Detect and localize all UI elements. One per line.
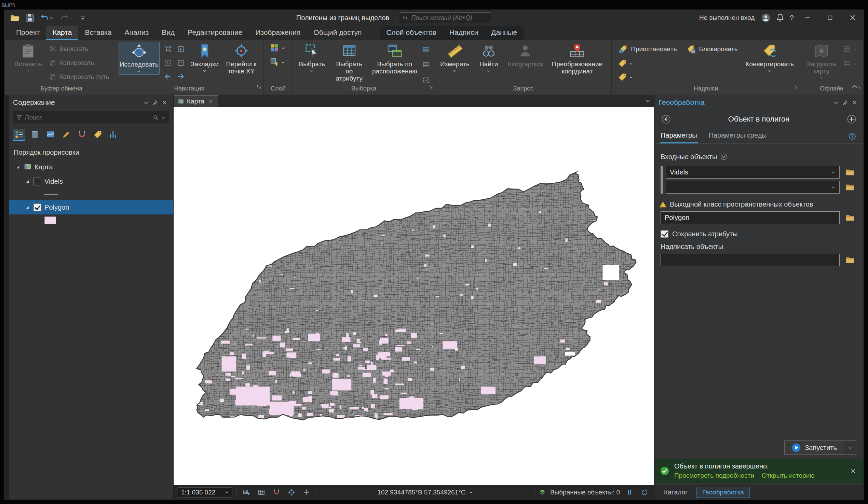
geoprocessing-close-button[interactable] bbox=[850, 96, 859, 108]
geoprocessing-menu-button[interactable] bbox=[831, 96, 841, 108]
map-canvas[interactable] bbox=[174, 107, 654, 485]
labeling-dialog-launcher[interactable] bbox=[793, 83, 799, 93]
tree-item-polygon[interactable]: Polygon bbox=[9, 200, 173, 214]
close-map-tab-button[interactable] bbox=[207, 97, 213, 105]
offline-tool-2-button[interactable] bbox=[841, 58, 859, 70]
tree-item-map[interactable]: Карта bbox=[9, 160, 173, 174]
fixed-zoom-in-button[interactable] bbox=[175, 43, 187, 55]
select-by-attribute-button[interactable]: Выбрать по атрибуту bbox=[330, 42, 369, 83]
download-map-button[interactable]: Загрузить карту bbox=[804, 42, 839, 81]
list-by-labeling-button[interactable] bbox=[92, 129, 104, 141]
add-grid-button[interactable] bbox=[241, 486, 252, 498]
videls-symbol[interactable] bbox=[9, 189, 173, 200]
measure-button[interactable]: Измерить bbox=[439, 42, 471, 74]
list-by-snapping-button[interactable] bbox=[76, 129, 88, 141]
tab-feature-layer[interactable]: Слой объектов bbox=[380, 25, 443, 40]
polygon-visibility-checkbox[interactable] bbox=[33, 203, 41, 211]
minimize-button[interactable] bbox=[797, 10, 818, 25]
coordinate-conversion-button[interactable]: Преобразование координат bbox=[546, 42, 608, 76]
keep-attributes-row[interactable]: Сохранить атрибуты bbox=[661, 230, 857, 238]
label-features-input[interactable] bbox=[661, 254, 840, 266]
tab-insert[interactable]: Вставка bbox=[78, 25, 118, 40]
tab-data[interactable]: Данные bbox=[485, 25, 524, 40]
browse-output-button[interactable] bbox=[843, 211, 857, 224]
refresh-map-button[interactable] bbox=[639, 486, 650, 498]
expand-triangle-icon[interactable] bbox=[24, 179, 30, 185]
tab-analysis[interactable]: Анализ bbox=[118, 25, 155, 40]
tab-edit[interactable]: Редактирование bbox=[181, 25, 249, 40]
copy-button[interactable]: Копировать bbox=[47, 57, 111, 68]
help-button[interactable]: ? bbox=[788, 12, 796, 24]
basemap-button[interactable] bbox=[267, 42, 288, 54]
label-scale-button[interactable] bbox=[615, 71, 636, 83]
lock-labels-button[interactable]: Блокировать bbox=[683, 43, 741, 56]
locate-button[interactable]: Найти bbox=[473, 42, 504, 74]
run-options-button[interactable] bbox=[844, 441, 856, 455]
goto-xy-status-button[interactable] bbox=[286, 486, 297, 498]
fixed-zoom-out-button[interactable] bbox=[175, 57, 187, 69]
tool-help-button[interactable] bbox=[847, 131, 858, 144]
navigation-dialog-launcher[interactable] bbox=[256, 83, 262, 93]
add-data-button[interactable] bbox=[267, 56, 288, 68]
paste-button[interactable]: Вставить bbox=[12, 42, 45, 74]
contents-pin-button[interactable] bbox=[151, 96, 160, 108]
browse-label-field-button[interactable] bbox=[843, 254, 857, 266]
contents-search[interactable] bbox=[13, 111, 169, 124]
tab-imagery[interactable]: Изображения bbox=[249, 25, 307, 40]
dock-tab-geoprocessing[interactable]: Геообработка bbox=[696, 487, 750, 498]
coordinate-readout[interactable]: 102.9344785°В 57.3549261°С bbox=[321, 489, 530, 496]
label-view-button[interactable] bbox=[615, 58, 636, 69]
tab-project[interactable]: Проект bbox=[10, 25, 46, 40]
list-by-selection-button[interactable] bbox=[44, 129, 57, 141]
map-view-tab[interactable]: Карта bbox=[174, 95, 218, 107]
browse-input-button[interactable] bbox=[843, 166, 857, 179]
multivalue-handle[interactable] bbox=[661, 166, 663, 193]
zoom-to-selection-button[interactable] bbox=[162, 57, 174, 69]
full-extent-button[interactable] bbox=[162, 43, 174, 55]
tree-item-videls[interactable]: Videls bbox=[9, 174, 173, 189]
select-button[interactable]: Выбрать bbox=[296, 42, 328, 74]
command-search-input[interactable] bbox=[411, 14, 491, 21]
north-arrow-button[interactable] bbox=[301, 486, 312, 498]
customize-toolbar-button[interactable] bbox=[77, 12, 88, 24]
tab-map[interactable]: Карта bbox=[46, 25, 78, 40]
collapse-ribbon-button[interactable] bbox=[851, 83, 858, 92]
output-class-input[interactable]: Polygon bbox=[661, 211, 840, 224]
contents-close-button[interactable] bbox=[160, 96, 169, 108]
contents-menu-button[interactable] bbox=[142, 96, 151, 108]
keep-attributes-checkbox[interactable] bbox=[661, 230, 669, 238]
view-details-link[interactable]: Просмотреть подробности bbox=[674, 472, 754, 480]
selection-tool-1-button[interactable] bbox=[421, 43, 432, 56]
convert-labels-button[interactable]: Конвертировать bbox=[743, 42, 797, 74]
contents-search-input[interactable] bbox=[25, 114, 150, 121]
list-by-data-source-button[interactable] bbox=[29, 129, 41, 141]
tab-environments[interactable]: Параметры среды bbox=[708, 132, 767, 144]
offline-tool-1-button[interactable] bbox=[841, 43, 859, 55]
select-by-location-button[interactable]: Выбрать по расположению bbox=[371, 42, 418, 76]
next-extent-button[interactable] bbox=[175, 71, 187, 82]
view-list-button[interactable] bbox=[643, 95, 654, 107]
expand-triangle-icon[interactable] bbox=[15, 164, 21, 170]
geoprocessing-pin-button[interactable] bbox=[841, 96, 850, 108]
snapping-toggle-button[interactable] bbox=[271, 486, 282, 498]
cut-button[interactable]: Вырезать bbox=[47, 43, 111, 54]
list-by-charts-button[interactable] bbox=[107, 129, 120, 141]
browse-input-2-button[interactable] bbox=[843, 181, 857, 193]
sign-in-status[interactable]: Не выполнен вход bbox=[699, 14, 755, 21]
redo-button[interactable] bbox=[58, 12, 75, 24]
expand-triangle-icon[interactable] bbox=[24, 204, 30, 210]
grid-button[interactable] bbox=[256, 486, 267, 498]
toast-close-button[interactable] bbox=[848, 465, 858, 477]
selection-tool-2-button[interactable] bbox=[421, 59, 432, 71]
fill-symbol-swatch[interactable] bbox=[44, 217, 56, 224]
open-history-link[interactable]: Открыть историю bbox=[762, 472, 815, 480]
command-search[interactable] bbox=[399, 12, 491, 23]
list-by-drawing-order-button[interactable] bbox=[13, 129, 25, 141]
copy-path-button[interactable]: Копировать путь bbox=[47, 71, 111, 82]
explore-button[interactable]: Исследовать bbox=[118, 42, 159, 75]
polygon-symbol[interactable] bbox=[9, 214, 173, 226]
infographics-button[interactable]: Infographics bbox=[506, 42, 544, 69]
input-features-combo[interactable]: Videls bbox=[666, 166, 840, 179]
maximize-button[interactable] bbox=[819, 10, 841, 25]
previous-extent-button[interactable] bbox=[162, 71, 174, 82]
